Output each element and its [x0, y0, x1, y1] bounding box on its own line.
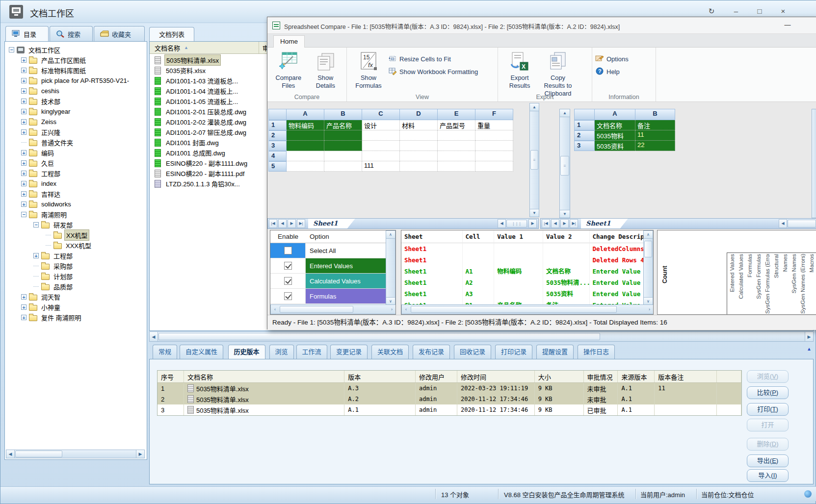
first-sheet-icon[interactable]: |◀ [542, 219, 550, 228]
tree-item[interactable]: +Zeiss [7, 117, 147, 127]
tree-item[interactable]: 计划部 [7, 271, 147, 281]
detail-tab-变更记录[interactable]: 变更记录 [330, 345, 368, 359]
detail-tab-自定义属性[interactable]: 自定义属性 [180, 345, 223, 359]
results-row[interactable]: Sheet1A1物料编码文档名称Entered Value ( [401, 266, 653, 277]
scroll-right-icon[interactable]: › [388, 305, 396, 314]
tree-item[interactable]: +index [7, 178, 147, 189]
scrollbar-thumb[interactable]: ≡ [530, 150, 538, 170]
last-sheet-icon[interactable]: ▶| [297, 219, 305, 228]
detail-tab-工作流[interactable]: 工作流 [296, 345, 327, 359]
expand-plus-icon[interactable]: + [21, 171, 26, 176]
row-header-4[interactable]: 4 [268, 151, 287, 161]
results-row[interactable]: Sheet1A35035资料Entered Value ( [401, 288, 653, 300]
expand-plus-icon[interactable]: + [21, 68, 26, 73]
scroll-down-icon[interactable]: ∨ [386, 297, 395, 305]
compare-minimize-button[interactable]: — [778, 20, 797, 31]
cell-D1[interactable]: 材料 [400, 120, 438, 130]
cell-D3[interactable] [400, 141, 438, 151]
action-button-比较[interactable]: 比较(P) [747, 386, 789, 399]
column-header-F[interactable]: F [475, 109, 513, 120]
tree-item[interactable]: +pick place for AP-RT5350-V21- [7, 76, 147, 86]
cell-B5[interactable] [324, 161, 362, 172]
cell-D4[interactable] [400, 151, 438, 161]
checkbox-checked[interactable] [284, 262, 292, 270]
ribbon-button-show-details[interactable]: Show Details [308, 50, 344, 90]
scroll-right-icon[interactable]: › [645, 305, 654, 314]
expand-plus-icon[interactable]: + [21, 57, 26, 63]
first-sheet-icon[interactable]: |◀ [269, 219, 277, 228]
detail-tab-浏览[interactable]: 浏览 [269, 345, 294, 359]
maximize-button[interactable]: □ [751, 5, 768, 17]
row-header-2[interactable]: 2 [574, 130, 595, 141]
tree-item[interactable]: 采购部 [7, 261, 147, 271]
scrollbar-thumb[interactable] [280, 306, 353, 313]
options-horizontal-scrollbar[interactable]: ‹ › [270, 304, 396, 314]
expand-plus-icon[interactable]: + [21, 150, 26, 155]
ribbon-button-options[interactable]: Options [595, 52, 629, 65]
minimize-button[interactable]: – [728, 5, 744, 17]
history-row[interactable]: 15035物料清单.xlsxA.3admin2022-03-23 19:11:1… [158, 383, 741, 394]
collapse-minus-icon[interactable]: − [21, 212, 26, 217]
cell-F3[interactable] [475, 141, 513, 151]
tree-item[interactable]: +工程部 [7, 168, 147, 178]
cell-B3[interactable]: 22 [635, 141, 675, 151]
scrollbar-thumb[interactable] [644, 241, 652, 257]
cell-B2[interactable]: 11 [635, 130, 675, 141]
cell-A3[interactable] [287, 141, 324, 151]
cell-C5[interactable]: 111 [362, 161, 400, 172]
scroll-up-icon[interactable]: ∧ [386, 231, 395, 239]
column-header-B[interactable]: B [635, 109, 675, 120]
cell-F4[interactable] [475, 151, 513, 161]
detail-tab-发布记录[interactable]: 发布记录 [413, 345, 450, 359]
cell-B2[interactable] [324, 130, 362, 141]
detail-tab-历史版本[interactable]: 历史版本 [228, 345, 265, 359]
row-header-1[interactable]: 1 [268, 120, 287, 130]
expand-plus-icon[interactable]: + [21, 129, 26, 135]
row-header-3[interactable]: 3 [574, 141, 595, 151]
tree-item[interactable]: +kinglygear [7, 106, 147, 117]
cell-B1[interactable]: 备注 [635, 120, 675, 130]
expand-plus-icon[interactable]: + [21, 315, 26, 320]
checkbox-checked[interactable] [284, 277, 292, 285]
prev-sheet-icon[interactable]: ◀ [551, 219, 559, 228]
doclist-horizontal-scrollbar[interactable]: ◀ ▶ [149, 331, 814, 342]
scroll-down-icon[interactable]: ▼ [560, 210, 570, 218]
cell-F1[interactable]: 重量 [475, 120, 513, 130]
sheet-tab-sheet1[interactable]: Sheet1 [308, 219, 347, 228]
tree-item[interactable]: +吉祥达 [7, 189, 147, 199]
next-sheet-icon[interactable]: ▶ [560, 219, 569, 228]
cell-B3[interactable] [324, 141, 362, 151]
cell-F2[interactable] [475, 130, 513, 141]
scroll-right-icon[interactable]: ▶ [805, 332, 813, 341]
scrollbar-thumb[interactable] [15, 451, 62, 457]
cell-E3[interactable] [438, 141, 475, 151]
results-column-header[interactable]: Cell [463, 230, 495, 243]
expand-plus-icon[interactable]: + [21, 160, 26, 166]
options-vertical-scrollbar[interactable]: ∧ ∨ [386, 230, 395, 305]
scrollbar-thumb[interactable]: ≡ [560, 156, 569, 176]
results-column-header[interactable]: Sheet [401, 230, 463, 243]
cell-C4[interactable] [362, 151, 400, 161]
tree-item[interactable]: +solidworks [7, 199, 147, 209]
expand-plus-icon[interactable]: + [33, 253, 39, 258]
tree-item[interactable]: +复件 南浦照明 [7, 312, 147, 323]
cell-C3[interactable] [362, 141, 400, 151]
cell-E1[interactable]: 产品型号 [438, 120, 475, 130]
results-column-header[interactable]: Value 2 [543, 230, 590, 243]
cell-E2[interactable] [438, 130, 475, 141]
sort-ascending-icon[interactable]: ▲ [184, 45, 188, 50]
last-sheet-icon[interactable]: ▶| [570, 219, 578, 228]
detail-tab-打印记录[interactable]: 打印记录 [495, 345, 532, 359]
scrollbar-thumb[interactable] [788, 220, 816, 227]
cell-C1[interactable]: 设计 [362, 120, 400, 130]
option-row-select-all[interactable]: Select All [270, 243, 387, 258]
history-row[interactable]: 35035物料清单.xlsxA.1admin2020-11-12 17:34:4… [158, 404, 741, 415]
detail-tab-提醒设置[interactable]: 提醒设置 [536, 345, 574, 359]
tree-item[interactable]: −研发部 [7, 220, 147, 230]
expand-plus-icon[interactable]: + [21, 181, 26, 186]
row-header-3[interactable]: 3 [268, 141, 287, 151]
scroll-up-icon[interactable]: ▲ [560, 109, 570, 117]
cell-A1[interactable]: 文档名称 [595, 120, 635, 130]
cell-E4[interactable] [438, 151, 475, 161]
refresh-icon[interactable]: ↻ [703, 5, 720, 17]
